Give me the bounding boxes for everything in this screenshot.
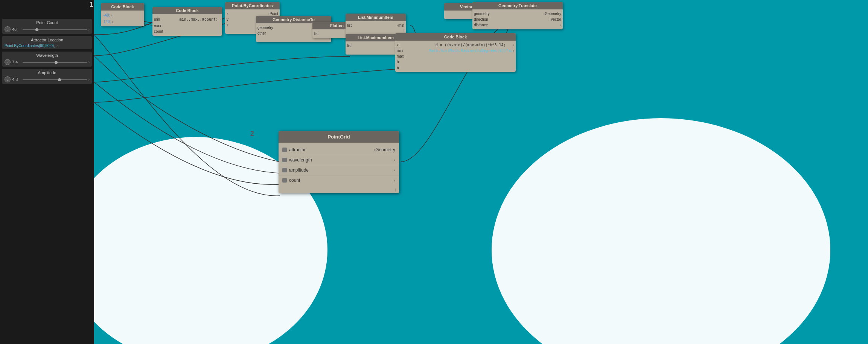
corner-number-2: 2 xyxy=(250,130,254,138)
code-block-2-code: min..max..#count; xyxy=(178,17,219,22)
cb3-row-max: max xyxy=(395,53,516,59)
pg-count-label: count xyxy=(289,178,392,183)
wavelength-slider[interactable] xyxy=(23,62,87,63)
amplitude-value: 4.3 xyxy=(12,77,21,82)
point-by-coordinates-header: Point.ByCoordinates xyxy=(225,2,280,9)
pg-wavelength-port xyxy=(282,158,287,162)
pbc-output: Point xyxy=(270,12,278,16)
amplitude-slider[interactable] xyxy=(23,79,87,80)
wavelength-section: Wavelength ⌄ 7.4 › xyxy=(2,52,92,67)
listmin-output: min xyxy=(398,23,404,27)
cb3-row-a: a xyxy=(395,65,516,70)
gt-row-geometry: geometry › Geometry xyxy=(472,11,563,17)
listmax-list: list xyxy=(347,44,396,48)
code-block-1-body: -40; › 140; › xyxy=(101,11,144,26)
pg-row-count: count › xyxy=(279,175,399,185)
white-blob-right xyxy=(492,118,830,344)
code-block-1-val-1: -40; xyxy=(102,13,111,18)
code-block-2-row-2: max xyxy=(152,23,222,29)
cb3-row-min: min Math.Sin(Math.RadiansToDegrees(d))*a… xyxy=(395,48,516,53)
listmin-row: list › min xyxy=(346,23,406,28)
pg-wavelength-label: wavelength xyxy=(289,157,392,163)
corner-number-1: 1 xyxy=(90,1,93,9)
cb3-a: a xyxy=(397,65,514,70)
wavelength-title: Wavelength xyxy=(5,53,90,58)
pg-count-arrow: › xyxy=(394,178,395,183)
code-block-1-node[interactable]: Code Block -40; › 140; › xyxy=(101,3,144,26)
list-minimum-body: list › min l xyxy=(346,21,406,34)
listmin-footer: l xyxy=(346,28,406,33)
gt-vector: Vector xyxy=(551,17,561,21)
amplitude-section: Amplitude ⌄ 4.3 › xyxy=(2,69,92,84)
code-block-2-max: max xyxy=(154,24,221,28)
amplitude-toggle[interactable]: ⌄ xyxy=(5,76,11,82)
code-block-2-count: count xyxy=(154,29,221,33)
pg-amplitude-arrow: › xyxy=(394,168,395,172)
gt-distance: distance xyxy=(474,23,560,27)
point-count-section: Point Count ⌄ 46 › xyxy=(2,19,92,34)
cb3-row-x: x d = ((x-min)/(max-min))*b*3.14; › xyxy=(395,42,516,48)
point-count-toggle[interactable]: ⌄ xyxy=(5,26,11,32)
pg-row-wavelength: wavelength › xyxy=(279,155,399,165)
code-block-2-node[interactable]: Code Block min min..max..#count; › max c… xyxy=(152,7,222,36)
pg-amplitude-label: amplitude xyxy=(289,167,392,173)
cb3-min: min xyxy=(397,49,429,53)
pg-row-attractor: attractor › Geometry xyxy=(279,145,399,155)
geometry-translate-node[interactable]: Geometry.Translate geometry › Geometry d… xyxy=(472,2,563,29)
attractor-location-title: Attractor Location xyxy=(5,38,90,42)
point-count-title: Point Count xyxy=(5,20,90,25)
geometry-translate-header: Geometry.Translate xyxy=(472,2,563,9)
gt-geometry: geometry xyxy=(474,12,544,16)
pointgrid-node[interactable]: PointGrid attractor › Geometry wavelengt… xyxy=(279,131,399,193)
cb3-x: x xyxy=(397,43,436,47)
cb3-arrow2: › xyxy=(513,49,514,53)
cb3-arrow: › xyxy=(513,43,514,47)
code-block-2-row-1: min min..max..#count; › xyxy=(152,16,222,23)
amplitude-arrow[interactable]: › xyxy=(88,78,90,82)
canvas-area[interactable]: 2 Code Block xyxy=(94,0,868,344)
code-block-1-arrow-1: › xyxy=(111,14,112,17)
gt-row-distance: distance › xyxy=(472,22,563,28)
code-block-1-val-2: 140; xyxy=(102,19,112,24)
wavelength-toggle[interactable]: ⌄ xyxy=(5,59,11,65)
list-minimum-node[interactable]: List.MinimumItem list › min l xyxy=(346,14,406,34)
code-block-2-body: min min..max..#count; › max count xyxy=(152,14,222,36)
code-block-2-row-3: count xyxy=(152,29,222,34)
attractor-location-section: Attractor Location Point.ByCoordinates(9… xyxy=(2,36,92,49)
amplitude-title: Amplitude xyxy=(5,70,90,75)
code-block-1-row-2: 140; › xyxy=(101,18,144,25)
pg-attractor-label: attractor xyxy=(289,147,373,152)
flatten-list: list xyxy=(314,32,347,36)
point-count-slider[interactable] xyxy=(23,29,87,30)
cb3-b: b xyxy=(397,60,514,64)
wavelength-arrow[interactable]: › xyxy=(88,60,90,64)
gt-distance-arrow: › xyxy=(560,23,561,27)
code-block-3-node[interactable]: Code Block x d = ((x-min)/(max-min))*b*3… xyxy=(395,33,516,72)
code-block-1-row-1: -40; › xyxy=(101,12,144,18)
pointgrid-header: PointGrid xyxy=(279,131,399,143)
wavelength-value: 7.4 xyxy=(12,60,21,64)
attractor-location-value[interactable]: Point.ByCoordinates(90,90,0); xyxy=(5,44,55,48)
code-block-2-arrow: › xyxy=(219,18,221,21)
left-panel: 1 Point Count ⌄ 46 › Attractor Location … xyxy=(0,0,94,344)
pg-attractor-port xyxy=(282,148,287,152)
pg-wavelength-arrow: › xyxy=(394,158,395,162)
gt-output: Geometry xyxy=(545,12,561,16)
cb3-max: max xyxy=(397,54,514,58)
code-block-2-min: min xyxy=(154,17,178,21)
gd-geometry: geometry xyxy=(257,26,317,30)
pg-count-port xyxy=(282,178,287,183)
geometry-translate-body: geometry › Geometry direction › Vector d… xyxy=(472,9,563,29)
cb3-math: Math.Sin(Math.RadiansToDegrees(d))*a; xyxy=(429,49,513,53)
point-count-value: 46 xyxy=(12,27,21,32)
pg-amplitude-port xyxy=(282,168,287,172)
pointgrid-body: attractor › Geometry wavelength › amplit… xyxy=(279,143,399,187)
point-count-arrow[interactable]: › xyxy=(88,27,90,32)
list-minimum-header: List.MinimumItem xyxy=(346,14,406,21)
attractor-arrow[interactable]: › xyxy=(56,44,58,48)
cb3-row-b: b xyxy=(395,59,516,65)
gt-row-direction: direction › Vector xyxy=(472,17,563,22)
pg-output: Geometry xyxy=(375,147,395,152)
code-block-1-arrow-2: › xyxy=(112,20,113,24)
code-block-3-body: x d = ((x-min)/(max-min))*b*3.14; › min … xyxy=(395,41,516,72)
